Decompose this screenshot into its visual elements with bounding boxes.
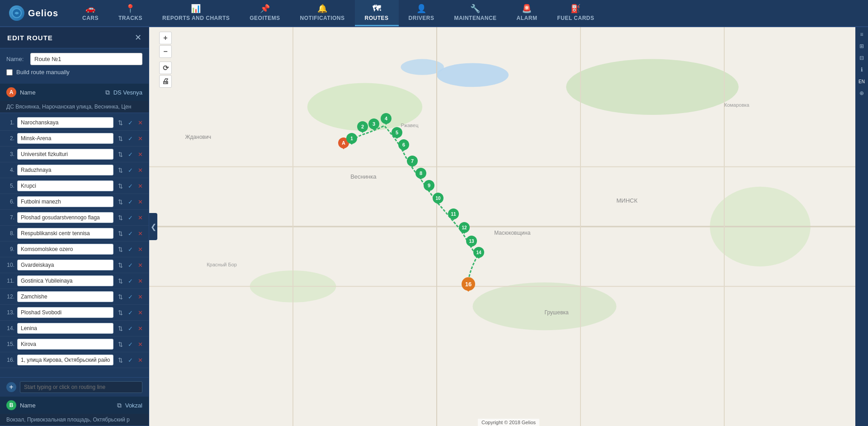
- route-item-delete-button[interactable]: ✕: [136, 245, 144, 253]
- nav-item-cars[interactable]: 🚗 CARS: [72, 0, 108, 26]
- route-item-check-button[interactable]: ✓: [126, 213, 134, 222]
- route-item-input[interactable]: [17, 339, 113, 350]
- marker-12[interactable]: 12: [459, 222, 470, 233]
- zoom-in-button[interactable]: +: [159, 32, 172, 44]
- name-input[interactable]: [30, 53, 142, 65]
- en-button[interactable]: EN: [856, 76, 867, 87]
- route-item-delete-button[interactable]: ✕: [136, 293, 144, 301]
- route-item-input[interactable]: [17, 165, 113, 175]
- nav-item-tracks[interactable]: 📍 TRACKS: [108, 0, 152, 26]
- route-item-check-button[interactable]: ✓: [126, 182, 134, 190]
- route-item-delete-button[interactable]: ✕: [136, 150, 144, 158]
- route-item-input[interactable]: [17, 355, 113, 365]
- layers-button[interactable]: ≡: [856, 29, 867, 40]
- route-item-delete-button[interactable]: ✕: [136, 229, 144, 237]
- route-item-delete-button[interactable]: ✕: [136, 134, 144, 142]
- marker-4[interactable]: 4: [381, 113, 392, 124]
- route-item-move-icon[interactable]: ⇅: [116, 134, 124, 142]
- route-item-input[interactable]: [17, 323, 113, 334]
- route-item-move-icon[interactable]: ⇅: [116, 245, 124, 253]
- marker-13[interactable]: 13: [466, 236, 477, 246]
- marker-2[interactable]: 2: [357, 121, 368, 132]
- route-item-input[interactable]: [17, 244, 113, 255]
- route-item-check-button[interactable]: ✓: [126, 324, 134, 332]
- route-item-move-icon[interactable]: ⇅: [116, 261, 124, 269]
- build-manually-checkbox[interactable]: [6, 69, 13, 76]
- search-right-button[interactable]: ⊞: [856, 41, 867, 52]
- nav-item-maintenance[interactable]: 🔧 MAINTENANCE: [444, 0, 506, 26]
- route-item-check-button[interactable]: ✓: [126, 245, 134, 253]
- route-item-delete-button[interactable]: ✕: [136, 182, 144, 190]
- route-item-move-icon[interactable]: ⇅: [116, 229, 124, 237]
- route-item-move-icon[interactable]: ⇅: [116, 356, 124, 364]
- route-item-check-button[interactable]: ✓: [126, 356, 134, 364]
- route-item-move-icon[interactable]: ⇅: [116, 293, 124, 301]
- marker-8[interactable]: 8: [415, 168, 426, 179]
- print-button[interactable]: 🖨: [159, 75, 172, 88]
- route-item-delete-button[interactable]: ✕: [136, 324, 144, 332]
- map-collapse-button[interactable]: ❮: [149, 213, 157, 240]
- marker-9[interactable]: 9: [424, 180, 434, 191]
- route-item-delete-button[interactable]: ✕: [136, 118, 144, 127]
- route-item-move-icon[interactable]: ⇅: [116, 166, 124, 174]
- route-item-check-button[interactable]: ✓: [126, 277, 134, 285]
- nav-item-drivers[interactable]: 👤 DRIVERS: [399, 0, 444, 26]
- route-item-move-icon[interactable]: ⇅: [116, 308, 124, 317]
- marker-7[interactable]: 7: [407, 156, 418, 166]
- nav-item-notifications[interactable]: 🔔 NOTIFICATIONS: [290, 0, 355, 26]
- nav-item-alarm[interactable]: 🚨 ALARM: [507, 0, 547, 26]
- info-right-button[interactable]: ℹ: [856, 64, 867, 75]
- marker-10[interactable]: 10: [433, 193, 443, 204]
- nav-item-geoitems[interactable]: 📌 GEOITEMS: [240, 0, 290, 26]
- add-stop-button[interactable]: +: [6, 382, 16, 392]
- nav-item-routes[interactable]: 🗺 ROUTES: [355, 0, 399, 26]
- route-item-move-icon[interactable]: ⇅: [116, 277, 124, 285]
- route-item-move-icon[interactable]: ⇅: [116, 198, 124, 206]
- route-item-check-button[interactable]: ✓: [126, 166, 134, 174]
- route-item-move-icon[interactable]: ⇅: [116, 340, 124, 348]
- marker-14[interactable]: 14: [473, 247, 484, 258]
- route-item-delete-button[interactable]: ✕: [136, 356, 144, 364]
- rotate-button[interactable]: ⟳: [159, 62, 172, 74]
- route-item-move-icon[interactable]: ⇅: [116, 118, 124, 127]
- marker-16[interactable]: 16: [462, 277, 475, 291]
- marker-5[interactable]: 5: [392, 127, 402, 138]
- route-item-delete-button[interactable]: ✕: [136, 277, 144, 285]
- route-item-input[interactable]: [17, 117, 113, 128]
- route-item-delete-button[interactable]: ✕: [136, 308, 144, 317]
- route-item-check-button[interactable]: ✓: [126, 261, 134, 269]
- route-item-check-button[interactable]: ✓: [126, 198, 134, 206]
- route-item-delete-button[interactable]: ✕: [136, 261, 144, 269]
- route-item-delete-button[interactable]: ✕: [136, 213, 144, 222]
- marker-11[interactable]: 11: [448, 208, 459, 219]
- route-item-delete-button[interactable]: ✕: [136, 198, 144, 206]
- route-item-move-icon[interactable]: ⇅: [116, 150, 124, 158]
- route-item-input[interactable]: [17, 228, 113, 239]
- route-item-check-button[interactable]: ✓: [126, 308, 134, 317]
- route-item-check-button[interactable]: ✓: [126, 134, 134, 142]
- settings-right-button[interactable]: ⊟: [856, 52, 867, 63]
- route-item-check-button[interactable]: ✓: [126, 293, 134, 301]
- add-stop-input[interactable]: [20, 381, 142, 393]
- route-item-delete-button[interactable]: ✕: [136, 166, 144, 174]
- extra-button[interactable]: ⊕: [856, 88, 867, 99]
- route-item-input[interactable]: [17, 180, 113, 191]
- route-item-move-icon[interactable]: ⇅: [116, 213, 124, 222]
- nav-item-reports[interactable]: 📊 REPORTS AND CHARTS: [152, 0, 240, 26]
- route-item-move-icon[interactable]: ⇅: [116, 182, 124, 190]
- marker-3[interactable]: 3: [368, 118, 379, 129]
- zoom-out-button[interactable]: −: [159, 45, 172, 58]
- route-item-input[interactable]: [17, 149, 113, 160]
- route-item-check-button[interactable]: ✓: [126, 118, 134, 127]
- marker-1[interactable]: 1: [346, 133, 357, 144]
- route-item-check-button[interactable]: ✓: [126, 150, 134, 158]
- route-item-check-button[interactable]: ✓: [126, 340, 134, 348]
- close-button[interactable]: ✕: [135, 33, 142, 43]
- route-item-input[interactable]: [17, 133, 113, 144]
- route-item-input[interactable]: [17, 307, 113, 318]
- route-item-input[interactable]: [17, 212, 113, 223]
- route-item-input[interactable]: [17, 275, 113, 286]
- route-item-delete-button[interactable]: ✕: [136, 340, 144, 348]
- marker-6[interactable]: 6: [398, 139, 409, 150]
- route-item-input[interactable]: [17, 291, 113, 302]
